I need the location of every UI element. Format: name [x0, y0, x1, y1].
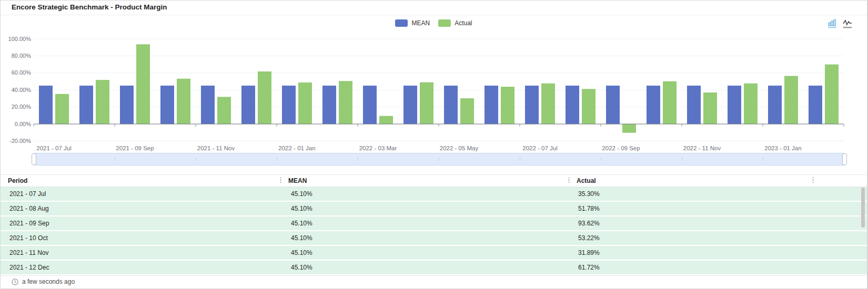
bar-mean-1 [79, 86, 93, 124]
table-cell: 2021 - 10 Oct [9, 234, 48, 242]
table-cell: 45.10% [291, 234, 312, 242]
datazoom-separator [763, 158, 763, 161]
table-row[interactable]: 2021 - 08 Aug45.10%51.78% [1, 202, 867, 216]
bar-mean-18 [768, 86, 782, 124]
bar-actual-19 [825, 65, 839, 124]
datazoom-separator [601, 158, 601, 161]
column-header-mean[interactable]: MEAN [288, 177, 307, 184]
table-menu-icon[interactable]: ⋮ [810, 177, 816, 183]
bar-actual-6 [298, 82, 312, 124]
datazoom-separator [682, 158, 682, 161]
table-row[interactable]: 2021 - 12 Dec45.10%61.72% [1, 261, 867, 275]
y-axis-tick-label: 0.00% [15, 121, 31, 127]
bar-actual-13 [582, 89, 596, 124]
datazoom-right-handle[interactable] [842, 153, 847, 165]
y-axis-tick-label: 20.00% [12, 104, 32, 110]
clock-icon [12, 278, 18, 285]
bar-actual-9 [420, 82, 433, 124]
status-bar: a few seconds ago [1, 275, 867, 287]
bar-actual-8 [379, 116, 393, 124]
bar-mean-0 [39, 86, 53, 124]
datazoom-separator [196, 158, 196, 161]
benchmark-widget: Encore Strategic Benchmark - Product Mar… [0, 0, 868, 289]
datazoom-separator [520, 158, 520, 161]
bar-mean-4 [201, 86, 215, 124]
y-axis-tick-label: -20.00% [9, 138, 31, 144]
table-body: 2021 - 07 Jul45.10%35.30%2021 - 08 Aug45… [1, 187, 867, 275]
bar-mean-14 [606, 86, 620, 124]
column-header-period[interactable]: Period [8, 177, 27, 184]
table-cell: 2021 - 09 Sep [9, 220, 49, 227]
datazoom-separator [439, 158, 439, 161]
x-axis-tick-label: 2022 - 09 Sep [602, 145, 640, 151]
datazoom-separator [115, 158, 115, 161]
bar-actual-4 [217, 97, 231, 124]
bar-actual-0 [55, 94, 69, 124]
table-cell: 2021 - 07 Jul [9, 190, 46, 198]
x-axis-tick-label: 2022 - 01 Jan [278, 145, 315, 151]
bar-actual-12 [541, 84, 555, 124]
bar-actual-11 [501, 87, 514, 124]
table-scrollbar[interactable] [861, 188, 865, 228]
x-axis-tick-label: 2021 - 11 Nov [197, 145, 235, 151]
bar-mean-19 [809, 86, 822, 124]
bar-actual-18 [784, 76, 798, 124]
x-axis-tick-label: 2023 - 01 Jan [764, 145, 801, 151]
datazoom-separator [358, 158, 358, 161]
bar-mean-15 [647, 86, 660, 124]
table-row[interactable]: 2021 - 11 Nov45.10%31.89% [1, 246, 867, 261]
bar-actual-15 [663, 81, 677, 124]
table-cell: 35.30% [578, 190, 600, 198]
y-axis-tick-label: 40.00% [12, 87, 32, 93]
x-axis-tick-label: 2021 - 07 Jul [36, 145, 72, 151]
column-header-actual[interactable]: Actual [577, 177, 596, 184]
y-axis-tick-label: 80.00% [12, 53, 32, 59]
bar-actual-1 [96, 80, 109, 124]
y-axis-tick-label: 60.00% [12, 69, 32, 76]
bar-mean-12 [525, 86, 539, 124]
bar-mean-7 [322, 86, 336, 124]
page-title: Encore Strategic Benchmark - Product Mar… [12, 3, 167, 11]
bar-mean-3 [160, 86, 174, 124]
x-axis-tick-label: 2022 - 03 Mar [359, 145, 397, 151]
bar-mean-13 [566, 86, 579, 124]
table-cell: 45.10% [291, 264, 312, 271]
table-cell: 2021 - 12 Dec [9, 264, 49, 271]
bar-actual-14 [622, 124, 636, 133]
table-header: Period ⋮ MEAN ⋮ Actual ⋮ [1, 175, 867, 187]
x-axis-tick-label: 2021 - 09 Sep [116, 145, 154, 151]
bar-chart: 100.00%80.00%60.00%40.00%20.00%0.00%-20.… [1, 15, 868, 152]
column-menu-icon[interactable]: ⋮ [277, 177, 284, 183]
bar-actual-2 [136, 44, 150, 124]
bar-actual-16 [703, 92, 717, 124]
table-row[interactable]: 2021 - 10 Oct45.10%53.22% [1, 231, 867, 246]
datazoom-separator [277, 158, 277, 161]
table-cell: 31.89% [578, 249, 600, 256]
bar-actual-5 [258, 71, 271, 124]
column-menu-icon[interactable]: ⋮ [566, 177, 572, 183]
table-row[interactable]: 2021 - 07 Jul45.10%35.30% [1, 187, 867, 202]
table-cell: 93.62% [578, 220, 600, 227]
table-cell: 45.10% [291, 205, 312, 212]
x-axis-tick-label: 2022 - 05 May [440, 145, 479, 151]
x-axis-tick-label: 2022 - 11 Nov [683, 145, 721, 151]
table-row[interactable]: 2021 - 09 Sep45.10%93.62% [1, 216, 867, 231]
table-cell: 2021 - 08 Aug [9, 205, 49, 212]
table-cell: 53.22% [578, 234, 600, 242]
bar-mean-11 [485, 86, 498, 124]
bar-mean-16 [687, 86, 701, 124]
bar-mean-17 [728, 86, 741, 124]
table-cell: 61.72% [578, 264, 600, 271]
datazoom-left-handle[interactable] [32, 153, 36, 165]
bar-mean-8 [363, 86, 377, 124]
data-table: Period ⋮ MEAN ⋮ Actual ⋮ 2021 - 07 Jul45… [1, 174, 867, 275]
bar-mean-10 [444, 86, 458, 124]
table-cell: 45.10% [291, 249, 312, 256]
bar-mean-2 [120, 86, 134, 124]
table-cell: 51.78% [578, 205, 600, 212]
table-cell: 2021 - 11 Nov [9, 249, 49, 256]
datazoom-slider[interactable] [34, 153, 845, 166]
bar-actual-17 [744, 84, 758, 124]
bar-actual-10 [460, 98, 474, 124]
bar-mean-9 [403, 86, 417, 124]
